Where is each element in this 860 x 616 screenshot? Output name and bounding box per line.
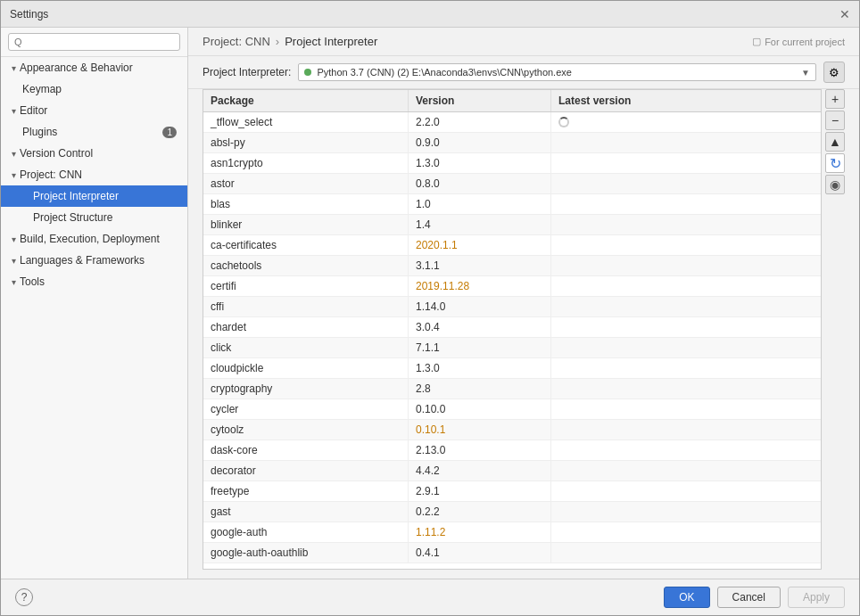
table-row[interactable]: certifi2019.11.28 <box>203 276 821 297</box>
package-version: 2019.11.28 <box>409 276 551 296</box>
remove-package-button[interactable]: − <box>825 111 845 130</box>
help-button[interactable]: ? <box>15 588 33 606</box>
table-row[interactable]: gast0.2.2 <box>203 502 821 522</box>
sidebar-item-label: Build, Execution, Deployment <box>20 233 160 245</box>
package-latest <box>551 256 821 275</box>
package-name: cachetools <box>203 256 409 275</box>
package-version: 2.13.0 <box>409 440 551 460</box>
package-latest <box>551 297 821 316</box>
package-version: 1.4 <box>409 215 551 234</box>
table-row[interactable]: google-auth-oauthlib0.4.1 <box>203 543 821 563</box>
package-name: astor <box>203 174 409 193</box>
loading-spinner <box>558 117 569 127</box>
package-latest <box>551 317 821 337</box>
package-version: 7.1.1 <box>409 338 551 357</box>
table-row[interactable]: astor0.8.0 <box>203 174 821 194</box>
package-latest <box>551 338 821 357</box>
table-row[interactable]: asn1crypto1.3.0 <box>203 153 821 174</box>
dropdown-caret-icon: ▼ <box>801 68 810 78</box>
packages-table: Package Version Latest version _tflow_se… <box>203 89 822 570</box>
title-bar: Settings ✕ <box>1 1 859 28</box>
interpreter-dropdown[interactable]: Python 3.7 (CNN) (2) E:\Anaconda3\envs\C… <box>298 63 816 81</box>
add-package-button[interactable]: + <box>825 89 845 109</box>
package-version: 4.4.2 <box>409 461 551 480</box>
table-row[interactable]: cryptography2.8 <box>203 379 821 399</box>
sidebar-item-label: Project Structure <box>33 211 112 224</box>
col-package: Package <box>203 90 409 111</box>
table-row[interactable]: cachetools3.1.1 <box>203 256 821 276</box>
table-row[interactable]: cffi1.14.0 <box>203 297 821 317</box>
eye-button[interactable]: ◉ <box>825 175 845 194</box>
table-header: Package Version Latest version <box>203 90 821 112</box>
refresh-button[interactable]: ↻ <box>825 153 845 173</box>
package-version: 0.10.0 <box>409 399 551 419</box>
sidebar-item-label: Appearance & Behavior <box>20 62 133 74</box>
table-row[interactable]: blinker1.4 <box>203 215 821 235</box>
chevron-icon: ▾ <box>12 170 16 180</box>
table-row[interactable]: google-auth1.11.2 <box>203 522 821 543</box>
sidebar-item-appearance[interactable]: ▾Appearance & Behavior <box>1 57 187 78</box>
table-row[interactable]: blas1.0 <box>203 194 821 215</box>
table-area: Package Version Latest version _tflow_se… <box>188 89 859 579</box>
sidebar-item-editor[interactable]: ▾Editor <box>1 100 187 121</box>
sidebar-item-tools[interactable]: ▾Tools <box>1 271 187 292</box>
package-version: 2.9.1 <box>409 481 551 501</box>
interpreter-bar: Project Interpreter: Python 3.7 (CNN) (2… <box>188 56 859 89</box>
package-version: 2.2.0 <box>409 112 551 132</box>
sidebar-item-project-interpreter[interactable]: Project Interpreter <box>1 185 187 207</box>
sidebar-item-build-execution[interactable]: ▾Build, Execution, Deployment <box>1 228 187 250</box>
package-version: 1.14.0 <box>409 297 551 316</box>
package-version: 1.3.0 <box>409 358 551 378</box>
breadcrumb-separator: › <box>276 35 279 48</box>
table-row[interactable]: decorator4.4.2 <box>203 461 821 481</box>
up-button[interactable]: ▲ <box>825 132 845 152</box>
table-row[interactable]: click7.1.1 <box>203 338 821 358</box>
sidebar-item-label: Project Interpreter <box>33 190 119 202</box>
table-row[interactable]: dask-core2.13.0 <box>203 440 821 461</box>
badge: 1 <box>162 127 177 138</box>
sidebar-item-languages-frameworks[interactable]: ▾Languages & Frameworks <box>1 250 187 271</box>
sidebar-item-label: Version Control <box>20 147 93 160</box>
package-name: cytoolz <box>203 420 409 439</box>
package-latest <box>551 502 821 522</box>
settings-dialog: Settings ✕ ▾Appearance & BehaviorKeymap▾… <box>0 0 860 616</box>
sidebar-search-input[interactable] <box>8 33 180 51</box>
package-version: 1.0 <box>409 194 551 214</box>
cancel-button[interactable]: Cancel <box>717 587 781 608</box>
package-latest <box>551 379 821 398</box>
sidebar-item-keymap[interactable]: Keymap <box>1 78 187 100</box>
sidebar-item-version-control[interactable]: ▾Version Control <box>1 143 187 164</box>
package-name: absl-py <box>203 133 409 152</box>
package-name: gast <box>203 502 409 522</box>
dialog-title: Settings <box>10 8 48 21</box>
close-button[interactable]: ✕ <box>839 8 850 21</box>
chevron-icon: ▾ <box>12 63 16 73</box>
gear-button[interactable]: ⚙ <box>823 62 845 83</box>
package-name: _tflow_select <box>203 112 409 132</box>
table-row[interactable]: ca-certificates2020.1.1 <box>203 235 821 256</box>
package-latest <box>551 481 821 501</box>
package-version: 1.11.2 <box>409 522 551 542</box>
sidebar-item-project-structure[interactable]: Project Structure <box>1 207 187 228</box>
table-row[interactable]: chardet3.0.4 <box>203 317 821 338</box>
sidebar-search-area <box>1 28 187 57</box>
sidebar-item-label: Keymap <box>22 83 62 95</box>
package-name: dask-core <box>203 440 409 460</box>
sidebar-item-plugins[interactable]: Plugins1 <box>1 121 187 143</box>
table-row[interactable]: cloudpickle1.3.0 <box>203 358 821 379</box>
package-version: 0.9.0 <box>409 133 551 152</box>
sidebar-item-label: Tools <box>20 275 45 288</box>
table-row[interactable]: absl-py0.9.0 <box>203 133 821 153</box>
package-name: freetype <box>203 481 409 501</box>
table-row[interactable]: cytoolz0.10.1 <box>203 420 821 440</box>
package-name: asn1crypto <box>203 153 409 173</box>
dialog-footer: ? OK Cancel Apply <box>1 579 859 615</box>
sidebar-item-project-cnn[interactable]: ▾Project: CNN <box>1 164 187 185</box>
table-row[interactable]: _tflow_select2.2.0 <box>203 112 821 133</box>
table-row[interactable]: freetype2.9.1 <box>203 481 821 502</box>
package-latest <box>551 133 821 152</box>
table-row[interactable]: cycler0.10.0 <box>203 399 821 420</box>
ok-button[interactable]: OK <box>664 587 709 608</box>
apply-button[interactable]: Apply <box>788 587 845 608</box>
sidebar-nav: ▾Appearance & BehaviorKeymap▾EditorPlugi… <box>1 57 187 292</box>
